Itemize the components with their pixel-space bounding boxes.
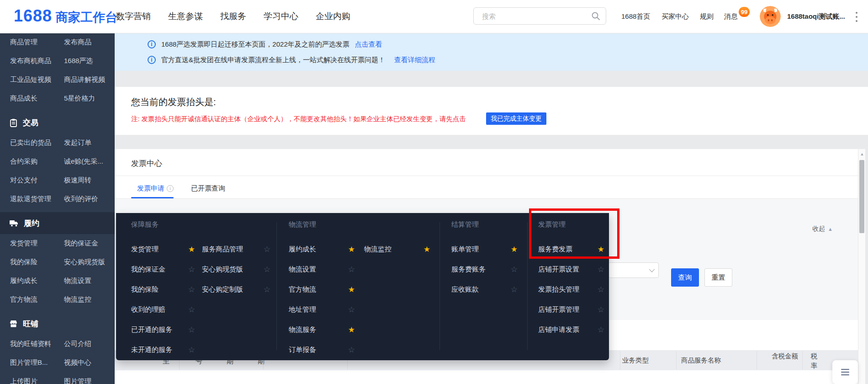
more-menu-icon[interactable] (853, 12, 860, 22)
favorite-star-icon[interactable] (348, 346, 355, 354)
favorite-star-icon[interactable] (511, 286, 518, 293)
favorite-star-icon[interactable] (511, 266, 518, 273)
logo[interactable]: 1688 商家工作台 (14, 6, 117, 26)
menu-item-service-product-manage[interactable]: 服务商品管理 (202, 239, 270, 259)
nav-learning-center[interactable]: 学习中心 (264, 11, 298, 22)
sidebar-item-shipping-manage[interactable]: 发货管理 (0, 239, 64, 248)
menu-item-shop-invoice-manage[interactable]: 店铺开票管理 (538, 299, 604, 320)
favorite-star-icon[interactable] (264, 266, 270, 273)
menu-item-fulfillment-growth[interactable]: 履约成长 (289, 239, 355, 259)
sidebar-item-video-center[interactable]: 视频中心 (64, 358, 115, 367)
reset-button[interactable]: 重置 (704, 268, 732, 287)
sidebar-item-my-shop-profile[interactable]: 我的旺铺资料 (0, 340, 64, 348)
vertical-scrollbar[interactable]: ▲ (858, 149, 865, 384)
menu-item-invoice-title-manage[interactable]: 发票抬头管理 (538, 279, 604, 299)
menu-item-logistics-monitor[interactable]: 物流监控 (364, 239, 430, 259)
sidebar-item-company-intro[interactable]: 公司介绍 (64, 340, 115, 348)
tab-issued-query[interactable]: 已开票查询 (191, 184, 225, 193)
sidebar-section-trade[interactable]: 交易 (0, 112, 115, 133)
nav-business-advisor[interactable]: 生意参谋 (168, 11, 203, 22)
menu-item-opened-services[interactable]: 已开通的服务 (131, 320, 195, 340)
link-rules[interactable]: 规则 (700, 0, 714, 33)
message-count-badge[interactable]: 99 (739, 7, 750, 17)
menu-item-logistics-service[interactable]: 物流服务 (289, 320, 355, 340)
link-messages[interactable]: 消息 (724, 0, 738, 33)
avatar[interactable] (760, 6, 781, 27)
sidebar-item-publish-opportunity[interactable]: 发布商机商品 (0, 57, 64, 65)
menu-item-receivables[interactable]: 应收账款 (451, 279, 518, 299)
collapse-toggle[interactable]: 收起 ▲ (812, 225, 833, 233)
sidebar-item-my-deposit[interactable]: 我的保证金 (64, 239, 115, 248)
favorite-star-icon[interactable] (348, 245, 355, 253)
menu-item-service-fee-invoice[interactable]: 服务费发票 (538, 239, 604, 259)
menu-item-bill-manage[interactable]: 账单管理 (451, 239, 518, 259)
query-button[interactable]: 查询 (671, 268, 699, 287)
sidebar-item-fast-turnover[interactable]: 极速周转 (64, 176, 115, 185)
sidebar-section-shop[interactable]: 旺铺 (0, 313, 115, 335)
account-name[interactable]: 1688taoqi测试账... (787, 0, 845, 33)
favorite-star-icon[interactable] (264, 286, 270, 293)
favorite-star-icon[interactable] (598, 245, 604, 253)
favorite-star-icon[interactable] (598, 266, 604, 273)
menu-item-service-fee-account[interactable]: 服务费账务 (451, 259, 518, 279)
menu-item-anxin-spot[interactable]: 安心购现货版 (202, 259, 270, 279)
favorite-star-icon[interactable] (188, 266, 195, 273)
filter-select[interactable] (608, 262, 659, 278)
sidebar-item-official-logistics[interactable]: 官方物流 (0, 295, 64, 304)
menu-item-shipping-manage[interactable]: 发货管理 (131, 239, 195, 259)
favorite-star-icon[interactable] (264, 245, 270, 253)
menu-item-order-report[interactable]: 订单报备 (289, 340, 355, 360)
favorite-star-icon[interactable] (598, 306, 604, 314)
sidebar-item-corporate-pay[interactable]: 对公支付 (0, 176, 64, 185)
nav-find-services[interactable]: 找服务 (220, 11, 246, 22)
sidebar-item-1688-select[interactable]: 1688严选 (64, 57, 115, 65)
menu-item-official-logistics[interactable]: 官方物流 (289, 279, 355, 299)
search-input[interactable] (481, 12, 591, 21)
menu-item-anxin-custom[interactable]: 安心购定制版 (202, 279, 270, 299)
scroll-up-icon[interactable]: ▲ (858, 152, 866, 156)
favorite-star-icon[interactable] (188, 346, 195, 354)
menu-item-unopened-services[interactable]: 未开通的服务 (131, 340, 195, 360)
sidebar-item-product-manage[interactable]: 商品管理 (0, 38, 64, 47)
favorite-star-icon[interactable] (188, 326, 195, 334)
favorite-star-icon[interactable] (348, 286, 355, 293)
sidebar-item-publish-product[interactable]: 发布商品 (64, 38, 115, 47)
search-icon[interactable] (591, 11, 600, 21)
tab-info-icon[interactable] (167, 185, 174, 192)
menu-item-my-deposit[interactable]: 我的保证金 (131, 259, 195, 279)
menu-item-shop-apply-invoice[interactable]: 店铺申请发票 (538, 320, 604, 340)
link-1688-home[interactable]: 1688首页 (621, 0, 650, 33)
favorite-star-icon[interactable] (423, 245, 430, 253)
favorite-star-icon[interactable] (188, 245, 195, 253)
sidebar-item-contract-purchase[interactable]: 合约采购 (0, 157, 64, 166)
tab-invoice-apply[interactable]: 发票申请 (137, 184, 174, 193)
sidebar-item-industrial-video[interactable]: 工业品短视频 (0, 75, 64, 84)
menu-item-my-insurance[interactable]: 我的保险 (131, 279, 195, 299)
menu-item-logistics-settings[interactable]: 物流设置 (289, 259, 355, 279)
sidebar-item-refund-manage[interactable]: 退款退货管理 (0, 195, 64, 203)
menu-item-address-manage[interactable]: 地址管理 (289, 299, 355, 320)
favorite-star-icon[interactable] (348, 306, 355, 314)
favorite-star-icon[interactable] (348, 266, 355, 273)
scrollbar-thumb[interactable] (859, 160, 864, 233)
sidebar-item-received-reviews[interactable]: 收到的评价 (64, 195, 115, 203)
notice-link-detail[interactable]: 查看详细流程 (394, 56, 435, 64)
link-buyer-center[interactable]: 买家中心 (662, 0, 689, 33)
nav-enterprise-purchase[interactable]: 企业内购 (316, 11, 350, 22)
sidebar-item-product-explain-video[interactable]: 商品讲解视频 (64, 75, 115, 84)
favorite-star-icon[interactable] (511, 245, 518, 253)
sidebar-item-logistics-settings[interactable]: 物流设置 (64, 277, 115, 285)
favorite-star-icon[interactable] (188, 306, 195, 314)
menu-item-received-claims[interactable]: 收到的理赔 (131, 299, 195, 320)
sidebar-item-my-insurance[interactable]: 我的保险 (0, 258, 64, 267)
sidebar-item-anxin-spot[interactable]: 安心购现货版 (64, 258, 115, 267)
sidebar-item-create-order[interactable]: 发起订单 (64, 139, 115, 147)
sidebar-item-logistics-monitor[interactable]: 物流监控 (64, 295, 115, 304)
sidebar-item-image-manage-b[interactable]: 图片管理B... (0, 358, 64, 367)
favorite-star-icon[interactable] (348, 326, 355, 334)
favorite-star-icon[interactable] (188, 286, 195, 293)
sidebar-section-fulfillment[interactable]: 履约 (0, 212, 115, 234)
floating-list-widget[interactable] (832, 360, 858, 384)
sidebar-item-fulfillment-growth[interactable]: 履约成长 (0, 277, 64, 285)
favorite-star-icon[interactable] (598, 286, 604, 293)
